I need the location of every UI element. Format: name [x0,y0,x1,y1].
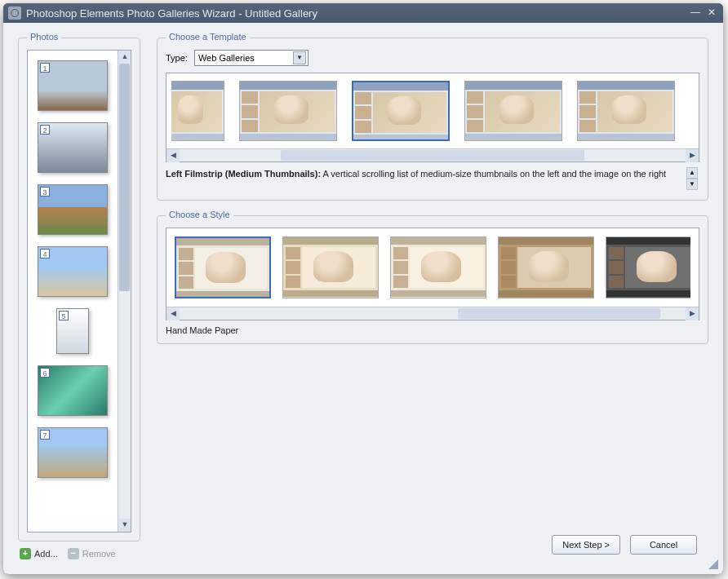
photo-thumb[interactable]: 7 [38,427,108,478]
photo-thumb[interactable]: 2 [38,122,108,173]
template-scrollbar[interactable]: ◀ ▶ [166,148,699,161]
app-icon [8,7,21,20]
template-item[interactable] [464,81,562,141]
style-scrollbar[interactable]: ◀ ▶ [166,307,699,320]
style-item[interactable] [282,236,379,298]
scroll-thumb[interactable] [119,64,130,291]
scroll-left-button[interactable]: ◀ [166,307,180,320]
cancel-button[interactable]: Cancel [630,535,697,555]
scroll-thumb[interactable] [458,308,660,319]
style-item[interactable] [175,236,271,298]
photo-thumb[interactable]: 4 [38,246,108,297]
photos-scrollbar[interactable]: ▲ ▼ [118,51,131,532]
template-desc-body: A vertical scrolling list of medium-size… [323,169,667,179]
minus-icon: − [68,548,79,559]
choose-template-legend: Choose a Template [166,32,250,42]
template-item[interactable] [239,81,337,141]
photo-number-badge: 2 [40,125,50,135]
plus-icon: + [20,548,31,559]
photos-legend: Photos [27,32,61,42]
resize-handle[interactable] [707,558,718,569]
template-type-value: Web Galleries [198,53,293,63]
photo-number-badge: 6 [40,368,50,378]
photos-listbox[interactable]: 1234567 ▲ ▼ [27,50,131,533]
scroll-down-button[interactable]: ▼ [118,519,131,532]
next-step-button[interactable]: Next Step > [552,535,620,555]
titlebar: Photoshop Elements Photo Galleries Wizar… [3,3,723,23]
template-item[interactable] [171,81,224,141]
remove-photo-button[interactable]: − Remove [68,548,116,559]
template-desc-title: Left Filmstrip (Medium Thumbnails): [166,169,321,179]
choose-style-group: Choose a Style ◀ ▶ Hand Made Paper [157,215,708,344]
scroll-left-button[interactable]: ◀ [166,149,180,162]
scroll-right-button[interactable]: ▶ [686,307,699,320]
photo-number-badge: 4 [40,249,50,259]
photo-number-badge: 5 [59,311,69,320]
photo-number-badge: 3 [40,187,50,197]
choose-style-legend: Choose a Style [166,210,233,219]
template-type-dropdown[interactable]: Web Galleries ▼ [194,50,309,66]
photo-number-badge: 7 [40,430,50,440]
add-label: Add... [34,549,58,559]
template-description: Left Filmstrip (Medium Thumbnails): A ve… [166,167,686,190]
close-button[interactable]: ✕ [705,7,718,19]
photos-group: Photos 1234567 ▲ ▼ [18,38,140,541]
desc-scroll-up[interactable]: ▲ [686,167,698,179]
scroll-up-button[interactable]: ▲ [118,51,131,64]
photo-thumb[interactable]: 5 [56,308,89,354]
choose-template-group: Choose a Template Type: Web Galleries ▼ … [157,38,708,201]
add-photo-button[interactable]: + Add... [20,548,58,559]
scroll-thumb[interactable] [281,150,584,161]
window-title: Photoshop Elements Photo Galleries Wizar… [26,7,689,20]
photo-number-badge: 1 [40,63,50,73]
style-list: ◀ ▶ [166,228,699,320]
remove-label: Remove [82,549,116,559]
style-item[interactable] [390,236,486,298]
desc-scroll-down[interactable]: ▼ [686,179,698,190]
template-list: ◀ ▶ [166,73,699,162]
scroll-right-button[interactable]: ▶ [686,149,699,162]
photo-thumb[interactable]: 6 [38,365,108,416]
style-selected-label: Hand Made Paper [166,325,699,335]
style-item[interactable] [606,236,690,298]
photo-thumb[interactable]: 3 [38,184,108,235]
photo-thumb[interactable]: 1 [38,60,108,111]
minimize-button[interactable]: — [689,7,702,19]
style-item[interactable] [498,236,594,298]
template-item[interactable] [577,81,675,141]
template-item[interactable] [352,81,450,141]
type-label: Type: [166,53,188,63]
chevron-down-icon: ▼ [293,51,306,64]
